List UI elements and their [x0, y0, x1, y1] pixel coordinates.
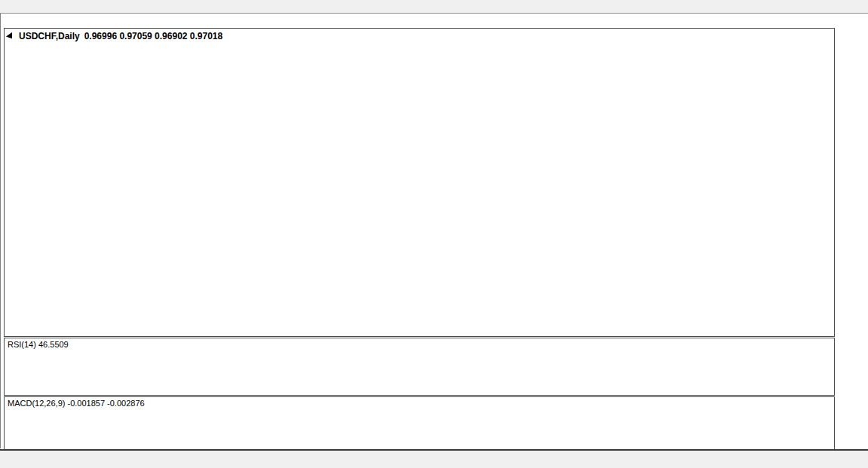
chart-menu-icon[interactable]: [6, 32, 15, 40]
macd-current-values: -0.001857 -0.002876: [67, 399, 144, 408]
rsi-indicator-label: RSI(14) 46.5509: [8, 340, 69, 349]
macd-indicator-label: MACD(12,26,9) -0.001857 -0.002876: [8, 399, 145, 408]
ohlc-values: 0.96996 0.97059 0.96902 0.97018: [84, 31, 223, 41]
trading-app-window: USDCHF,Daily 0.96996 0.97059 0.96902 0.9…: [0, 0, 868, 468]
symbol-period-label: USDCHF,Daily: [19, 31, 80, 41]
chart-tab-bar: [0, 449, 868, 468]
chart-title: USDCHF,Daily 0.96996 0.97059 0.96902 0.9…: [7, 31, 222, 41]
chart-window: USDCHF,Daily 0.96996 0.97059 0.96902 0.9…: [0, 14, 868, 448]
rsi-current-value: 46.5509: [38, 340, 69, 349]
macd-name: MACD(12,26,9): [8, 399, 65, 408]
rsi-name: RSI(14): [8, 340, 36, 349]
timeframe-toolbar: [0, 0, 868, 14]
chart-canvas[interactable]: [1, 14, 868, 464]
